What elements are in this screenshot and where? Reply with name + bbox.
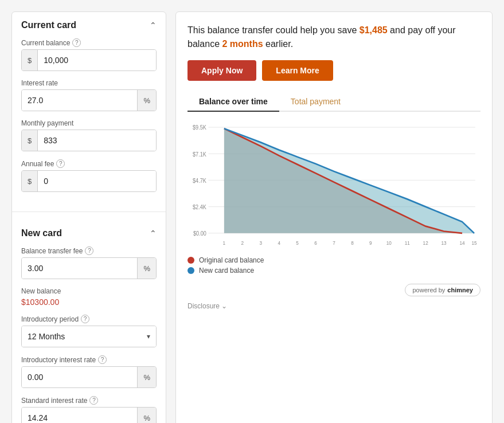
- balance-transfer-fee-help-icon[interactable]: ?: [85, 246, 93, 255]
- legend-new-label: New card balance: [199, 267, 254, 275]
- promo-text: This balance transfer could help you sav…: [187, 23, 480, 51]
- legend-new: New card balance: [187, 267, 480, 275]
- monthly-payment-prefix: $: [22, 130, 38, 151]
- svg-text:$4.7K: $4.7K: [193, 177, 206, 184]
- annual-fee-group: Annual fee ? $: [21, 159, 157, 192]
- main-container: Current card ⌃ Current balance ? $ Inter…: [11, 11, 493, 423]
- current-card-chevron-icon: ⌃: [150, 21, 157, 30]
- current-balance-help-icon[interactable]: ?: [72, 38, 81, 47]
- svg-text:10: 10: [386, 240, 392, 246]
- learn-more-button[interactable]: Learn More: [262, 60, 333, 81]
- right-panel: This balance transfer could help you sav…: [175, 11, 493, 423]
- balance-transfer-fee-input-wrapper: %: [21, 257, 157, 279]
- annual-fee-prefix: $: [22, 171, 38, 191]
- current-balance-input[interactable]: [38, 50, 156, 70]
- brand-name: chimney: [447, 287, 473, 293]
- balance-transfer-fee-group: Balance transfer fee ? %: [21, 246, 157, 279]
- powered-by-text: powered by: [412, 287, 445, 293]
- svg-text:5: 5: [296, 240, 299, 246]
- introductory-period-group: Introductory period ? 12 Months 6 Months…: [21, 315, 157, 347]
- svg-text:12: 12: [423, 240, 428, 246]
- svg-text:$7.1K: $7.1K: [193, 151, 206, 158]
- introductory-period-select[interactable]: 12 Months 6 Months 18 Months 24 Months: [22, 326, 156, 347]
- svg-text:6: 6: [314, 240, 317, 246]
- new-card-body: Balance transfer fee ? % New balance $10…: [12, 246, 166, 423]
- svg-text:1: 1: [223, 240, 226, 246]
- svg-text:9: 9: [369, 240, 372, 246]
- chart-tabs: Balance over time Total payment: [187, 92, 480, 112]
- current-card-body: Current balance ? $ Interest rate %: [12, 38, 166, 209]
- legend-original-dot: [187, 257, 194, 264]
- svg-marker-27: [224, 128, 474, 233]
- apply-now-button[interactable]: Apply Now: [187, 60, 256, 81]
- svg-text:2: 2: [241, 240, 244, 246]
- svg-text:8: 8: [351, 240, 354, 246]
- interest-rate-label: Interest rate: [21, 79, 157, 87]
- legend-original: Original card balance: [187, 256, 480, 264]
- intro-interest-rate-input-wrapper: %: [21, 366, 157, 388]
- tab-balance-over-time[interactable]: Balance over time: [187, 92, 279, 112]
- monthly-payment-label: Monthly payment: [21, 119, 157, 127]
- new-balance-label: New balance: [21, 287, 157, 295]
- introductory-period-help-icon[interactable]: ?: [81, 315, 89, 323]
- svg-text:11: 11: [405, 240, 410, 246]
- standard-interest-rate-label: Standard interest rate ?: [21, 396, 157, 405]
- introductory-period-select-wrapper: 12 Months 6 Months 18 Months 24 Months ▾: [21, 326, 157, 347]
- intro-interest-rate-help-icon[interactable]: ?: [98, 355, 107, 364]
- monthly-payment-group: Monthly payment $: [21, 119, 157, 151]
- standard-interest-rate-help-icon[interactable]: ?: [89, 396, 98, 405]
- section-divider: [12, 211, 166, 212]
- powered-by-row: powered by chimney: [187, 284, 480, 296]
- current-balance-prefix: $: [22, 50, 38, 70]
- legend-new-dot: [187, 267, 194, 274]
- disclosure-link[interactable]: Disclosure ⌄: [187, 302, 480, 310]
- introductory-period-label: Introductory period ?: [21, 315, 157, 323]
- svg-text:14: 14: [459, 240, 464, 246]
- interest-rate-group: Interest rate %: [21, 79, 157, 111]
- months-early: 2 months: [222, 39, 263, 49]
- new-card-header[interactable]: New card ⌃: [12, 220, 166, 246]
- current-card-title: Current card: [21, 20, 76, 30]
- interest-rate-suffix: %: [137, 90, 156, 111]
- annual-fee-label: Annual fee ?: [21, 159, 157, 168]
- intro-interest-rate-label: Introductory interest rate ?: [21, 355, 157, 364]
- savings-amount: $1,485: [360, 25, 388, 35]
- new-card-title: New card: [21, 228, 62, 238]
- action-buttons: Apply Now Learn More: [187, 60, 480, 81]
- current-balance-group: Current balance ? $: [21, 38, 157, 71]
- left-panel: Current card ⌃ Current balance ? $ Inter…: [11, 11, 166, 423]
- interest-rate-input[interactable]: [22, 90, 137, 111]
- annual-fee-help-icon[interactable]: ?: [56, 159, 65, 168]
- monthly-payment-input-wrapper: $: [21, 130, 157, 151]
- svg-text:13: 13: [442, 240, 447, 246]
- powered-by-badge: powered by chimney: [405, 284, 480, 296]
- chart-area: $9.5K $7.1K $4.7K $2.4K $0.00 1 2 3 4 5 …: [187, 121, 480, 247]
- intro-interest-rate-group: Introductory interest rate ? %: [21, 355, 157, 388]
- svg-text:$0.00: $0.00: [193, 230, 206, 237]
- svg-text:7: 7: [333, 240, 335, 246]
- current-balance-input-wrapper: $: [21, 49, 157, 71]
- balance-transfer-fee-suffix: %: [137, 258, 156, 279]
- intro-interest-rate-input[interactable]: [22, 367, 137, 387]
- legend-original-label: Original card balance: [199, 256, 264, 264]
- new-balance-group: New balance $10300.00: [21, 287, 157, 307]
- standard-interest-rate-input[interactable]: [22, 408, 137, 423]
- new-balance-value: $10300.00: [21, 297, 157, 307]
- annual-fee-input[interactable]: [38, 171, 156, 191]
- balance-transfer-fee-input[interactable]: [22, 258, 137, 279]
- svg-text:4: 4: [278, 240, 280, 246]
- current-card-header[interactable]: Current card ⌃: [12, 12, 166, 38]
- balance-chart: $9.5K $7.1K $4.7K $2.4K $0.00 1 2 3 4 5 …: [187, 121, 480, 247]
- tab-total-payment[interactable]: Total payment: [279, 92, 352, 112]
- standard-interest-rate-suffix: %: [137, 408, 156, 423]
- svg-text:$9.5K: $9.5K: [193, 124, 206, 131]
- new-card-chevron-icon: ⌃: [150, 229, 157, 238]
- current-balance-label: Current balance ?: [21, 38, 157, 47]
- monthly-payment-input[interactable]: [38, 130, 156, 151]
- svg-text:3: 3: [259, 240, 262, 246]
- interest-rate-input-wrapper: %: [21, 89, 157, 111]
- svg-text:15: 15: [471, 240, 476, 246]
- standard-interest-rate-group: Standard interest rate ? %: [21, 396, 157, 423]
- annual-fee-input-wrapper: $: [21, 170, 157, 192]
- standard-interest-rate-input-wrapper: %: [21, 407, 157, 423]
